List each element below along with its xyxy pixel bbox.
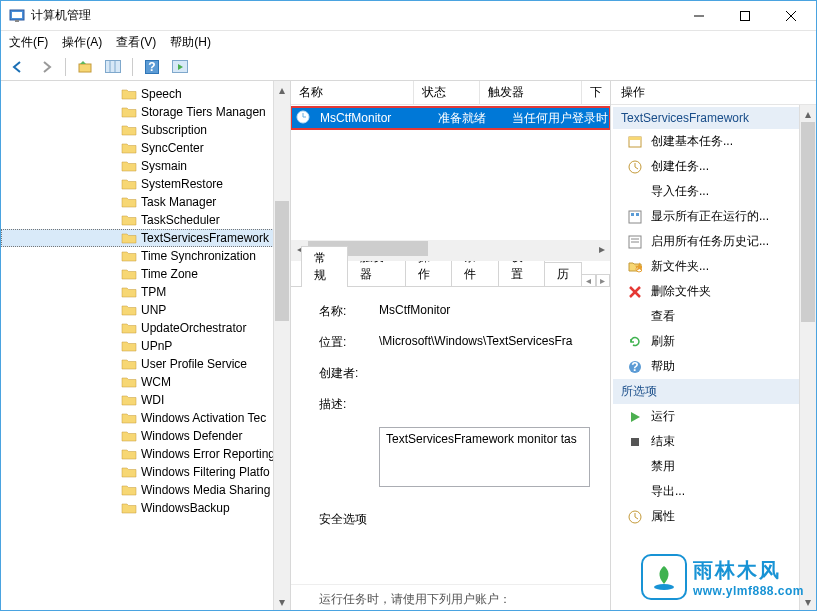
tree-item[interactable]: WCM bbox=[1, 373, 290, 391]
run-icon bbox=[627, 409, 643, 425]
menu-view[interactable]: 查看(V) bbox=[116, 34, 156, 51]
tree-item-label: Speech bbox=[141, 87, 182, 101]
scroll-right-icon[interactable]: ▸ bbox=[593, 240, 610, 257]
action-item[interactable]: 运行 bbox=[613, 404, 814, 429]
actions-title: 操作 bbox=[611, 81, 816, 105]
scroll-up-icon[interactable]: ▴ bbox=[800, 105, 816, 122]
tree-item[interactable]: User Profile Service bbox=[1, 355, 290, 373]
tree-item[interactable]: WDI bbox=[1, 391, 290, 409]
tree-item[interactable]: TPM bbox=[1, 283, 290, 301]
tree-item[interactable]: UpdateOrchestrator bbox=[1, 319, 290, 337]
tree-item[interactable]: WindowsBackup bbox=[1, 499, 290, 517]
scroll-down-icon[interactable]: ▾ bbox=[274, 593, 290, 610]
tree-item-label: UpdateOrchestrator bbox=[141, 321, 246, 335]
folder-icon bbox=[121, 411, 137, 425]
tree-item[interactable]: SyncCenter bbox=[1, 139, 290, 157]
svg-rect-4 bbox=[741, 11, 750, 20]
tree-item[interactable]: Windows Defender bbox=[1, 427, 290, 445]
action-item[interactable]: 启用所有任务历史记... bbox=[613, 229, 814, 254]
toolbar: ? bbox=[1, 53, 816, 81]
desc-box[interactable]: TextServicesFramework monitor tas bbox=[379, 427, 590, 487]
folder-icon bbox=[121, 339, 137, 353]
action-label: 启用所有任务历史记... bbox=[651, 233, 808, 250]
refresh-icon bbox=[627, 334, 643, 350]
scroll-thumb[interactable] bbox=[801, 122, 815, 322]
back-button[interactable] bbox=[7, 56, 29, 78]
tree-item[interactable]: SystemRestore bbox=[1, 175, 290, 193]
action-item[interactable]: 刷新 bbox=[613, 329, 814, 354]
section-framework[interactable]: TextServicesFramework ▴ bbox=[613, 107, 814, 129]
col-name[interactable]: 名称 bbox=[291, 81, 414, 104]
tree-item-label: SystemRestore bbox=[141, 177, 223, 191]
row-status: 准备就绪 bbox=[430, 110, 504, 127]
show-hide-button[interactable] bbox=[102, 56, 124, 78]
tree-item[interactable]: Storage Tiers Managen bbox=[1, 103, 290, 121]
close-button[interactable] bbox=[768, 2, 814, 30]
col-status[interactable]: 状态 bbox=[414, 81, 480, 104]
up-button[interactable] bbox=[74, 56, 96, 78]
run-account-text: 运行任务时，请使用下列用户账户： bbox=[291, 584, 610, 610]
section-selected[interactable]: 所选项 ▴ bbox=[613, 379, 814, 404]
tree-item[interactable]: TaskScheduler bbox=[1, 211, 290, 229]
col-next[interactable]: 下 bbox=[582, 81, 610, 104]
tree-item[interactable]: Windows Error Reporting bbox=[1, 445, 290, 463]
folder-icon bbox=[121, 213, 137, 227]
action-label: 结束 bbox=[651, 433, 808, 450]
tree-item[interactable]: Windows Activation Tec bbox=[1, 409, 290, 427]
tree-item[interactable]: Task Manager bbox=[1, 193, 290, 211]
section-framework-label: TextServicesFramework bbox=[621, 111, 749, 125]
tree-item[interactable]: UPnP bbox=[1, 337, 290, 355]
run-button[interactable] bbox=[169, 56, 191, 78]
tab-history[interactable]: 历 bbox=[544, 262, 582, 286]
action-item[interactable]: 创建基本任务... bbox=[613, 129, 814, 154]
col-trigger[interactable]: 触发器 bbox=[480, 81, 582, 104]
list-header: 名称 状态 触发器 下 bbox=[291, 81, 610, 105]
tree-item-label: Storage Tiers Managen bbox=[141, 105, 266, 119]
tree-item[interactable]: UNP bbox=[1, 301, 290, 319]
actions-scrollbar[interactable]: ▴ ▾ bbox=[799, 105, 816, 610]
tree-item-label: WindowsBackup bbox=[141, 501, 230, 515]
tree-item[interactable]: Subscription bbox=[1, 121, 290, 139]
folder-icon bbox=[121, 267, 137, 281]
scroll-thumb[interactable] bbox=[275, 201, 289, 321]
action-item[interactable]: ?帮助 bbox=[613, 354, 814, 379]
action-item[interactable]: 创建任务... bbox=[613, 154, 814, 179]
action-item[interactable]: ★新文件夹... bbox=[613, 254, 814, 279]
label-security: 安全选项 bbox=[319, 511, 590, 528]
tree-item-label: Windows Filtering Platfo bbox=[141, 465, 270, 479]
tab-nav-right[interactable]: ▸ bbox=[596, 274, 611, 286]
tree-item[interactable]: Time Zone bbox=[1, 265, 290, 283]
action-label: 创建任务... bbox=[651, 158, 808, 175]
action-item[interactable]: 显示所有正在运行的... bbox=[613, 204, 814, 229]
help-button[interactable]: ? bbox=[141, 56, 163, 78]
end-icon bbox=[627, 434, 643, 450]
action-item[interactable]: 删除文件夹 bbox=[613, 279, 814, 304]
tree-item[interactable]: Windows Media Sharing bbox=[1, 481, 290, 499]
scroll-up-icon[interactable]: ▴ bbox=[274, 81, 290, 98]
tree-item[interactable]: Time Synchronization bbox=[1, 247, 290, 265]
task-row-selected[interactable]: MsCtfMonitor 准备就绪 当任何用户登录时 bbox=[292, 108, 609, 128]
action-label: 显示所有正在运行的... bbox=[651, 208, 808, 225]
tree-item[interactable]: Sysmain bbox=[1, 157, 290, 175]
menu-action[interactable]: 操作(A) bbox=[62, 34, 102, 51]
action-item[interactable]: 导入任务... bbox=[613, 179, 814, 204]
action-item[interactable]: 结束 bbox=[613, 429, 814, 454]
menu-help[interactable]: 帮助(H) bbox=[170, 34, 211, 51]
tree-item[interactable]: TextServicesFramework bbox=[1, 229, 290, 247]
folder-icon bbox=[121, 375, 137, 389]
action-item[interactable]: 查看▸ bbox=[613, 304, 814, 329]
action-item[interactable]: 禁用 bbox=[613, 454, 814, 479]
tree-item-label: Windows Error Reporting bbox=[141, 447, 275, 461]
forward-button[interactable] bbox=[35, 56, 57, 78]
menu-file[interactable]: 文件(F) bbox=[9, 34, 48, 51]
maximize-button[interactable] bbox=[722, 2, 768, 30]
action-item[interactable]: 属性 bbox=[613, 504, 814, 529]
tree-item[interactable]: Windows Filtering Platfo bbox=[1, 463, 290, 481]
tree-item[interactable]: Speech bbox=[1, 85, 290, 103]
tree-item-label: SyncCenter bbox=[141, 141, 204, 155]
tab-nav-left[interactable]: ◂ bbox=[581, 274, 596, 286]
minimize-button[interactable] bbox=[676, 2, 722, 30]
tab-general[interactable]: 常规 bbox=[301, 246, 348, 287]
tree-scrollbar[interactable]: ▴ ▾ bbox=[273, 81, 290, 610]
action-item[interactable]: 导出... bbox=[613, 479, 814, 504]
